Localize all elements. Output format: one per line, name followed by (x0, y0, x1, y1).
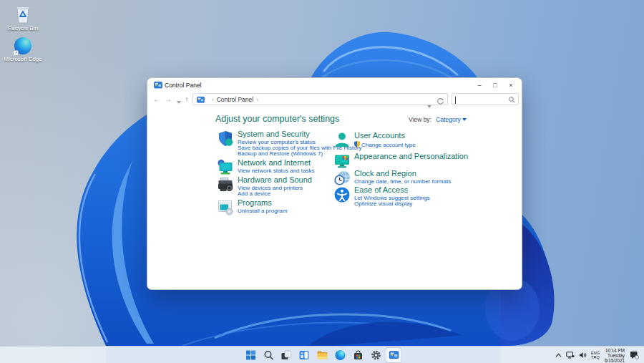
category-title[interactable]: Clock and Region (354, 169, 451, 178)
file-explorer-icon (316, 350, 328, 360)
gear-icon (371, 350, 381, 360)
breadcrumb-separator: › (209, 97, 217, 103)
desktop-icon-label: Microsoft Edge (2, 56, 44, 62)
category-title[interactable]: Network and Internet (238, 158, 314, 167)
notification-center-icon[interactable] (630, 351, 639, 359)
windows-logo-icon (245, 350, 255, 360)
minimize-button[interactable]: – (472, 78, 487, 92)
category-hardware-and-sound: Hardware and Sound View devices and prin… (216, 175, 312, 197)
search-icon (263, 350, 273, 360)
edge-button[interactable] (332, 347, 348, 363)
printer-icon[interactable] (216, 175, 235, 194)
widgets-icon (299, 350, 310, 360)
category-title[interactable]: Hardware and Sound (238, 175, 312, 184)
category-title[interactable]: Ease of Access (354, 185, 430, 194)
forward-button[interactable]: → (163, 94, 173, 105)
search-input[interactable] (455, 95, 508, 104)
control-panel-icon (197, 96, 205, 104)
taskbar: ENG TRQ 10:14 PM Tuesday 6/15/2021 (0, 346, 644, 363)
desktop: Recycle Bin ↗ Microsoft Edge Control Pan… (0, 0, 644, 363)
title-bar[interactable]: Control Panel – □ × (147, 78, 522, 92)
desktop-icon-recycle-bin[interactable]: Recycle Bin (2, 4, 44, 32)
category-network-and-internet: Network and Internet View network status… (216, 158, 314, 177)
address-dropdown-icon[interactable] (427, 98, 431, 111)
settings-button[interactable] (368, 347, 384, 363)
window-title: Control Panel (165, 82, 202, 89)
view-by-label: View by: (409, 116, 431, 123)
category-link-label: Change account type (361, 142, 416, 148)
category-link[interactable]: Uninstall a program (238, 208, 287, 214)
category-link[interactable]: Optimize visual display (354, 201, 430, 207)
program-window-icon[interactable] (216, 198, 235, 217)
view-by-value[interactable]: Category (436, 116, 461, 123)
volume-icon[interactable] (579, 352, 587, 359)
network-icon[interactable] (566, 352, 575, 359)
breadcrumb-separator: › (253, 97, 261, 103)
edge-icon (335, 350, 345, 360)
store-button[interactable] (350, 347, 366, 363)
control-panel-taskbar-button[interactable] (386, 347, 402, 363)
breadcrumb: ›Control Panel› (209, 96, 261, 103)
recycle-bin-icon (14, 4, 32, 24)
category-link[interactable]: Add a device (238, 191, 312, 197)
start-button[interactable] (243, 347, 259, 363)
maximize-button[interactable]: □ (487, 78, 503, 92)
category-title[interactable]: Appearance and Personalization (354, 152, 468, 160)
address-bar[interactable]: ›Control Panel› (192, 93, 448, 105)
uac-shield-icon (354, 141, 360, 147)
accessibility-icon[interactable] (333, 185, 351, 204)
text-caret (455, 97, 456, 104)
page-title: Adjust your computer's settings (215, 114, 339, 124)
search-icon (509, 97, 515, 103)
clock-date: 6/15/2021 (605, 358, 625, 363)
control-panel-icon (389, 350, 399, 360)
shield-icon[interactable] (216, 130, 235, 148)
search-box (452, 93, 519, 105)
control-panel-icon (154, 81, 162, 89)
language-line2: TRQ (591, 355, 600, 359)
hidden-icons-chevron[interactable] (555, 353, 562, 357)
back-button[interactable]: ← (152, 94, 162, 105)
store-bag-icon (353, 350, 363, 360)
category-programs: Programs Uninstall a program (216, 198, 287, 217)
category-user-accounts: User Accounts Change account type (333, 131, 416, 150)
search-button[interactable] (260, 347, 277, 363)
clock-time: 10:14 PM (605, 348, 625, 353)
clock-day: Tuesday (605, 353, 625, 358)
task-view-icon (281, 350, 292, 360)
personalization-monitor-icon[interactable] (333, 152, 351, 170)
up-button[interactable]: ↑ (182, 94, 192, 105)
system-tray: ENG TRQ 10:14 PM Tuesday 6/15/2021 (553, 347, 643, 363)
navigation-bar: ← → ↑ ›Control Panel› (147, 92, 522, 107)
breadcrumb-control-panel[interactable]: Control Panel (217, 96, 254, 103)
chevron-down-icon (462, 118, 467, 121)
category-link[interactable]: Change account type (354, 141, 416, 148)
taskbar-clock[interactable]: 10:14 PM Tuesday 6/15/2021 (605, 348, 625, 363)
category-title[interactable]: User Accounts (354, 131, 416, 140)
user-icon[interactable] (333, 131, 351, 150)
category-title[interactable]: Programs (238, 198, 287, 207)
category-link[interactable]: Change date, time, or number formats (354, 179, 451, 185)
network-icon[interactable] (216, 158, 235, 177)
shortcut-arrow-icon: ↗ (13, 50, 19, 56)
task-view-button[interactable] (278, 347, 295, 363)
language-indicator[interactable]: ENG TRQ (591, 351, 600, 359)
category-link[interactable]: View network status and tasks (238, 168, 314, 174)
refresh-icon[interactable] (436, 95, 444, 108)
desktop-icon-microsoft-edge[interactable]: ↗ Microsoft Edge (2, 37, 44, 62)
edge-icon: ↗ (14, 37, 31, 54)
view-by-control: View by: Category (409, 116, 467, 123)
close-button[interactable]: × (503, 78, 519, 92)
file-explorer-button[interactable] (314, 347, 331, 363)
category-appearance-and-personalization: Appearance and Personalization (333, 152, 468, 170)
desktop-icon-label: Recycle Bin (2, 25, 44, 32)
widgets-button[interactable] (296, 347, 313, 363)
taskbar-center (242, 347, 403, 363)
control-panel-window: Control Panel – □ × ← → ↑ ›Control Pa (147, 77, 522, 290)
category-ease-of-access: Ease of Access Let Windows suggest setti… (333, 185, 430, 207)
